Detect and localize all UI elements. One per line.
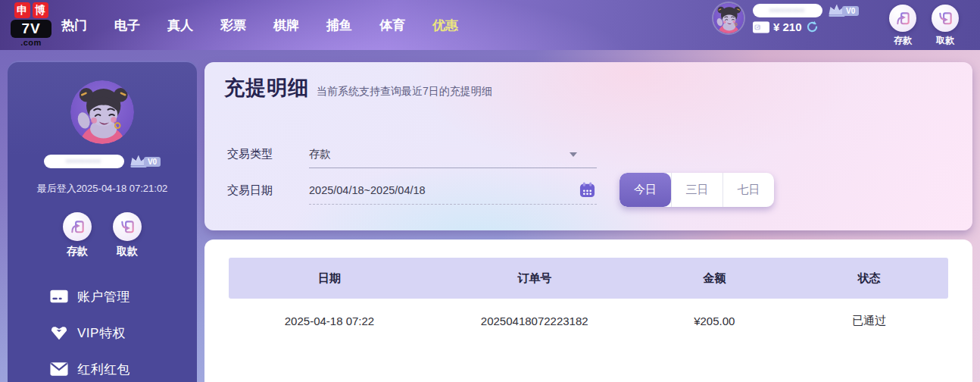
transaction-date-value: 2025/04/18~2025/04/18 — [309, 184, 426, 196]
transaction-type-value: 存款 — [309, 148, 331, 160]
nav-item-slots[interactable]: 电子 — [110, 14, 145, 37]
red-packet-icon — [50, 361, 68, 377]
chevron-down-icon — [570, 152, 577, 157]
sidebar-user-row: ••••••••• V0 — [8, 154, 197, 169]
brand-main: 7V — [11, 20, 51, 38]
transaction-type-row: 交易类型 存款 — [227, 139, 803, 168]
brand-badge-shen: 申 — [14, 2, 30, 18]
sidebar-menu: 账户管理 VIP特权 红利红包 — [8, 278, 197, 382]
transaction-date-input[interactable]: 2025/04/18~2025/04/18 — [309, 176, 597, 205]
page-subtitle: 当前系统支持查询最近7日的充提明细 — [317, 85, 492, 99]
vip-gem-icon — [50, 324, 68, 341]
topbar-user-area: ••••••••• V0 ¥ 210 — [713, 3, 859, 33]
sidebar-deposit-button[interactable]: 存款 — [61, 212, 94, 258]
nav-item-fishing[interactable]: 捕鱼 — [322, 14, 357, 37]
bank-card-icon — [50, 288, 68, 305]
topbar-user-meta: ••••••••• V0 ¥ 210 — [753, 3, 859, 33]
header-date: 日期 — [229, 271, 430, 286]
sidebar-quick-actions: 存款 取款 — [8, 212, 197, 258]
brand-logo[interactable]: 申 博 7V .com — [11, 2, 51, 47]
withdraw-icon — [938, 11, 953, 27]
brand-suffix: .com — [11, 38, 51, 47]
date-range-group: 今日 三日 七日 — [620, 173, 774, 207]
vip-level-badge: V0 — [842, 6, 859, 16]
range-three-days-button[interactable]: 三日 — [671, 173, 723, 207]
table-row[interactable]: 2025-04-18 07:22 20250418072223182 ¥205.… — [229, 299, 948, 343]
top-navbar: 申 博 7V .com 热门 电子 真人 彩票 棋牌 捕鱼 体育 优惠 ••••… — [0, 0, 980, 50]
nav-item-promotions[interactable]: 优惠 — [428, 14, 463, 37]
sidebar: ••••••••• V0 最后登入2025-04-18 07:21:02 存款 … — [8, 61, 197, 382]
sidebar-item-account-management[interactable]: 账户管理 — [8, 278, 197, 315]
cell-order-no: 20250418072223182 — [430, 315, 639, 327]
range-today-button[interactable]: 今日 — [620, 173, 671, 207]
nav-item-live[interactable]: 真人 — [163, 14, 198, 37]
deposit-button[interactable]: 存款 — [886, 5, 919, 47]
refresh-balance-icon[interactable] — [806, 20, 819, 33]
transaction-type-select[interactable]: 存款 — [309, 139, 597, 168]
main-nav: 热门 电子 真人 彩票 棋牌 捕鱼 体育 优惠 — [57, 0, 463, 50]
wallet-icon — [753, 21, 769, 33]
avatar-cartoon-icon — [713, 3, 744, 33]
sidebar-item-red-packet[interactable]: 红利红包 — [8, 351, 197, 382]
withdraw-icon — [120, 219, 136, 235]
last-login-text: 最后登入2025-04-18 07:21:02 — [8, 182, 197, 196]
brand-badges: 申 博 — [11, 2, 51, 18]
transaction-date-label: 交易日期 — [227, 176, 309, 205]
deposit-icon — [70, 219, 86, 235]
sidebar-vip-level-badge: V0 — [144, 157, 161, 167]
withdraw-button[interactable]: 取款 — [929, 5, 962, 47]
username-masked: ••••••••• — [753, 4, 822, 17]
sidebar-username-masked: ••••••••• — [44, 155, 124, 168]
nav-item-hot[interactable]: 热门 — [57, 14, 92, 37]
deposit-icon — [895, 11, 911, 27]
user-avatar[interactable] — [713, 3, 744, 33]
sidebar-withdraw-button[interactable]: 取款 — [111, 212, 144, 258]
table-header: 日期 订单号 金额 状态 — [229, 258, 948, 299]
balance-amount: ¥ 210 — [773, 20, 802, 33]
cell-amount: ¥205.00 — [639, 315, 791, 327]
avatar-cartoon-icon — [70, 80, 134, 144]
sidebar-user-avatar[interactable] — [70, 80, 134, 144]
transaction-type-label: 交易类型 — [227, 139, 309, 168]
deposit-circle — [63, 212, 92, 241]
calendar-icon[interactable] — [579, 182, 595, 198]
panel-head: 充提明细 当前系统支持查询最近7日的充提明细 — [224, 74, 492, 102]
withdraw-circle — [113, 212, 142, 241]
header-order-no: 订单号 — [430, 271, 639, 286]
header-status: 状态 — [790, 271, 948, 286]
range-seven-days-button[interactable]: 七日 — [723, 173, 774, 207]
filter-panel: 充提明细 当前系统支持查询最近7日的充提明细 交易类型 存款 交易日期 2025… — [204, 62, 972, 230]
records-panel: 日期 订单号 金额 状态 2025-04-18 07:22 2025041807… — [204, 240, 972, 382]
deposit-circle — [889, 5, 916, 32]
cell-date: 2025-04-18 07:22 — [229, 315, 430, 327]
topbar-quick-actions: 存款 取款 — [886, 5, 962, 47]
nav-item-boardgames[interactable]: 棋牌 — [269, 14, 304, 37]
nav-item-sports[interactable]: 体育 — [375, 14, 410, 37]
page-title: 充提明细 — [224, 74, 309, 102]
withdraw-circle — [932, 5, 959, 32]
brand-badge-bo: 博 — [33, 2, 48, 18]
cell-status: 已通过 — [790, 314, 948, 328]
sidebar-item-vip-privileges[interactable]: VIP特权 — [8, 315, 197, 351]
nav-item-lottery[interactable]: 彩票 — [216, 14, 251, 37]
header-amount: 金额 — [639, 271, 791, 286]
